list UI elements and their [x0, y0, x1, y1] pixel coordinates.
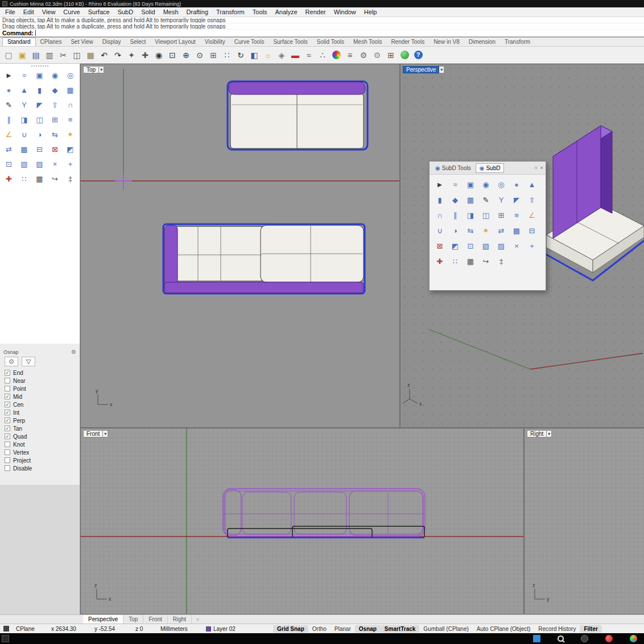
chain-icon[interactable]: ‡ — [494, 254, 509, 269]
zoom-window-icon[interactable]: ⊡ — [166, 49, 179, 61]
to-nurbs-icon[interactable]: ▧ — [17, 157, 31, 171]
palette-drag-handle[interactable] — [31, 65, 48, 67]
gear-icon[interactable]: ⚙ — [71, 349, 76, 355]
select-pointer-icon[interactable]: ► — [2, 68, 16, 82]
subd-cone-icon[interactable]: ▲ — [525, 177, 539, 192]
subd-ellipsoid-icon[interactable]: ● — [509, 177, 524, 192]
bridge-icon[interactable]: ∩ — [63, 98, 77, 112]
print-icon[interactable]: ▥ — [43, 49, 56, 61]
subd-fin-icon[interactable]: ◤ — [32, 98, 47, 112]
subd-truncated-cone-icon[interactable]: ◆ — [448, 192, 463, 207]
subd-ellipsoid-icon[interactable]: ● — [2, 83, 16, 97]
toolbar-tab-dimension[interactable]: Dimension — [464, 38, 500, 46]
delete-faces-icon[interactable]: ⊠ — [432, 238, 447, 253]
taskbar-app-dark-icon[interactable] — [581, 635, 588, 642]
toolbar-tab-display[interactable]: Display — [98, 38, 126, 46]
osnap-option-mid[interactable]: ✓Mid — [0, 393, 80, 401]
menu-surface[interactable]: Surface — [84, 9, 114, 15]
radiate-icon[interactable]: ✶ — [478, 223, 493, 238]
menu-solid[interactable]: Solid — [137, 9, 159, 15]
gears-pair-icon[interactable]: ⚙ — [371, 49, 383, 61]
status-toggle-record-history[interactable]: Record History — [534, 625, 580, 633]
status-toggle-ortho[interactable]: Ortho — [308, 625, 331, 633]
weld-edge-icon[interactable]: + — [525, 238, 539, 253]
split-face-icon[interactable]: ◩ — [448, 238, 463, 253]
weld-edge-icon[interactable]: + — [63, 157, 77, 171]
step-arrow-icon[interactable]: ↪ — [478, 254, 493, 269]
status-toggle-smarttrack[interactable]: SmartTrack — [381, 625, 419, 633]
viewport-label-front[interactable]: Front ▾ — [83, 430, 108, 437]
to-nurbs-icon[interactable]: ▧ — [478, 238, 493, 253]
menu-view[interactable]: View — [38, 9, 60, 15]
lasso-select-icon[interactable]: ≈ — [17, 68, 31, 82]
subd-from-curves-icon[interactable]: ✎ — [2, 98, 16, 112]
subd-box-icon[interactable]: ▣ — [32, 68, 47, 82]
menu-transform[interactable]: Transform — [212, 9, 249, 15]
chevron-down-icon[interactable]: ▾ — [99, 66, 104, 73]
paste-icon[interactable]: ▦ — [84, 49, 97, 61]
viewport-perspective[interactable]: Perspective ▾ — [400, 64, 644, 428]
subd-torus-icon[interactable]: ◎ — [63, 68, 77, 82]
panel-close-icon[interactable]: × — [540, 165, 543, 171]
multipipe-icon[interactable]: Y — [494, 192, 509, 207]
toolbar-tab-select[interactable]: Select — [126, 38, 151, 46]
light-icon[interactable]: ☼ — [262, 49, 274, 61]
save-file-icon[interactable]: ▤ — [30, 49, 42, 61]
merge-faces-icon[interactable]: ⊟ — [32, 142, 47, 156]
title-bar[interactable]: Cushion Minna 02.3dm (310 KB) - Rhino 8 … — [0, 0, 644, 7]
slide-edge-icon[interactable]: ⇄ — [2, 142, 16, 156]
layers-icon[interactable]: ≡ — [344, 49, 356, 61]
toolbar-tab-standard[interactable]: Standard — [2, 38, 36, 46]
subd-truncated-cone-icon[interactable]: ◆ — [48, 83, 62, 97]
stitch-icon[interactable]: ∥ — [2, 113, 16, 127]
zoom-selected-icon[interactable]: ⊙ — [193, 49, 206, 61]
red-marker-icon[interactable]: ▬ — [289, 49, 302, 61]
checkbox-knot[interactable] — [5, 441, 10, 447]
move-icon[interactable]: ✚ — [139, 49, 151, 61]
viewport-label-perspective[interactable]: Perspective ▾ — [403, 66, 444, 73]
status-toggle-filter[interactable]: Filter — [580, 625, 601, 633]
reflect-icon[interactable]: ⇆ — [463, 223, 478, 238]
remove-crease-icon[interactable]: ∪ — [17, 127, 31, 142]
subd-torus-icon[interactable]: ◎ — [494, 177, 509, 192]
cplane-selector[interactable]: CPlane — [14, 626, 49, 632]
toolbar-tab-set-view[interactable]: Set View — [66, 38, 97, 46]
right-viewport-canvas[interactable]: z y — [525, 428, 644, 614]
pattern-dots-icon[interactable]: ∷ — [448, 254, 463, 269]
extrude-subd-icon[interactable]: ⇧ — [525, 192, 539, 207]
subd-box-icon[interactable]: ▣ — [463, 177, 478, 192]
menu-render[interactable]: Render — [302, 9, 330, 15]
subd-fin-icon[interactable]: ◤ — [509, 192, 524, 207]
table-icon[interactable]: ⊞ — [385, 49, 397, 61]
help-icon[interactable]: ? — [412, 49, 424, 61]
insert-point-icon[interactable]: ⊞ — [48, 113, 62, 127]
chain-icon[interactable]: ‡ — [63, 172, 77, 186]
osnap-option-end[interactable]: ✓End — [0, 369, 80, 377]
taskbar-search-icon[interactable] — [558, 635, 564, 642]
notification-icon[interactable] — [3, 626, 9, 631]
status-toggle-auto-cplane-object-[interactable]: Auto CPlane (Object) — [473, 625, 535, 633]
checkbox-end[interactable]: ✓ — [5, 370, 10, 375]
checkbox-disable[interactable] — [5, 465, 10, 471]
osnap-option-tan[interactable]: ✓Tan — [0, 424, 80, 432]
status-toggle-grid-snap[interactable]: Grid Snap — [273, 625, 308, 633]
menu-file[interactable]: File — [1, 9, 19, 15]
lasso-select-icon[interactable]: ≈ — [448, 177, 463, 192]
drag-dots-icon[interactable]: ∷ — [221, 49, 233, 61]
checkbox-mid[interactable]: ✓ — [5, 394, 10, 399]
zoom-dynamic-icon[interactable]: ◉ — [152, 49, 165, 61]
osnap-marker-icon[interactable]: ⊙ — [5, 357, 18, 366]
toolbar-tab-visibility[interactable]: Visibility — [200, 38, 230, 46]
viewport-tab-right[interactable]: Right — [168, 615, 192, 624]
viewport-label-top[interactable]: Top ▾ — [83, 66, 104, 73]
curve-tools-icon[interactable]: ≈ — [303, 49, 315, 61]
osnap-option-cen[interactable]: ✓Cen — [0, 401, 80, 408]
grid-table-icon[interactable]: ▦ — [463, 254, 478, 269]
selection-filter-icon[interactable]: ▽ — [22, 357, 35, 366]
menu-curve[interactable]: Curve — [59, 9, 84, 15]
zoom-extents-icon[interactable]: ⊕ — [180, 49, 192, 61]
taskbar-app-red-icon[interactable] — [605, 635, 613, 642]
osnap-option-knot[interactable]: Knot — [0, 440, 80, 448]
osnap-option-perp[interactable]: ✓Perp — [0, 416, 80, 424]
toolbar-tab-surface-tools[interactable]: Surface Tools — [269, 38, 312, 46]
